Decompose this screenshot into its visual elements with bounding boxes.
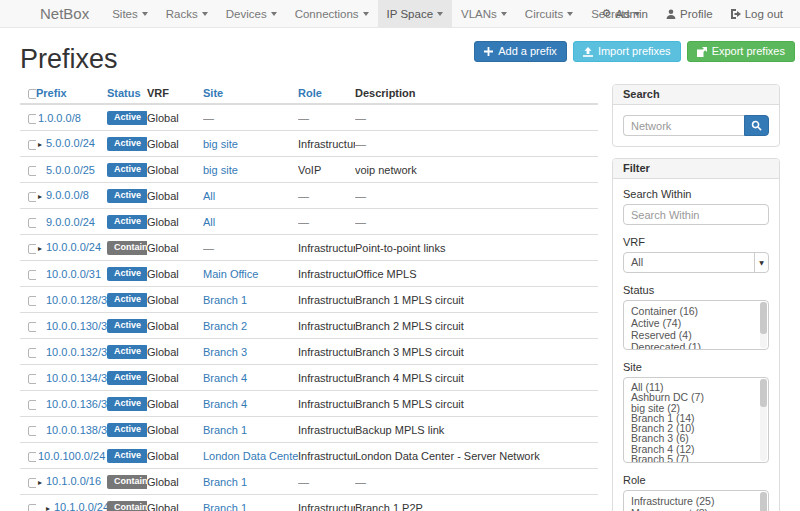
- site-link[interactable]: Main Office: [203, 268, 258, 280]
- vrf-select[interactable]: All▼: [623, 252, 769, 273]
- row-checkbox[interactable]: [28, 166, 36, 176]
- export-prefixes-button[interactable]: Export prefixes: [687, 41, 795, 62]
- prefix-link[interactable]: 10.0.0.136/31: [46, 398, 107, 410]
- row-checkbox[interactable]: [28, 218, 36, 228]
- site-listbox[interactable]: All (11)Ashburn DC (7)big site (2)Branch…: [623, 377, 769, 463]
- tree-indent: [36, 329, 46, 330]
- site-link[interactable]: Branch 4: [203, 372, 247, 384]
- search-input[interactable]: [623, 115, 744, 136]
- expand-arrow-icon[interactable]: ▸: [38, 139, 46, 151]
- filter-option[interactable]: Infrastructure (25): [624, 495, 768, 507]
- site-link[interactable]: big site: [203, 138, 238, 150]
- add-a-prefix-button[interactable]: Add a prefix: [474, 41, 567, 62]
- scrollbar-thumb[interactable]: [760, 379, 767, 407]
- filter-option[interactable]: Branch 5 (7): [624, 454, 768, 463]
- row-checkbox[interactable]: [28, 452, 36, 462]
- app-brand[interactable]: NetBox: [40, 0, 103, 27]
- prefix-link[interactable]: 10.0.0.0/24: [46, 241, 101, 253]
- site-link[interactable]: Branch 3: [203, 346, 247, 358]
- row-checkbox[interactable]: [28, 348, 36, 358]
- row-checkbox[interactable]: [28, 426, 36, 436]
- nav-item-circuits[interactable]: Circuits: [516, 0, 582, 27]
- nav-item-sites[interactable]: Sites: [103, 0, 157, 27]
- prefix-link[interactable]: 10.0.100.0/24: [38, 450, 105, 462]
- row-checkbox[interactable]: [28, 140, 36, 150]
- status-badge: Active: [107, 423, 147, 437]
- expand-arrow-icon[interactable]: ▸: [38, 477, 46, 489]
- nav-item-log-out[interactable]: Log out: [722, 0, 792, 27]
- nav-item-admin[interactable]: ⚙Admin: [593, 0, 657, 27]
- row-checkbox[interactable]: [28, 270, 36, 280]
- export-icon: [697, 47, 707, 57]
- row-checkbox[interactable]: [28, 192, 36, 202]
- empty-value: —: [298, 476, 309, 488]
- prefix-link[interactable]: 10.0.0.134/31: [46, 372, 107, 384]
- filter-fields: Search WithinVRFAll▼StatusContainer (16)…: [613, 179, 779, 511]
- expand-arrow-icon[interactable]: ▸: [46, 503, 54, 511]
- nav-item-profile[interactable]: Profile: [657, 0, 722, 27]
- table-row: 10.0.0.134/31ActiveGlobalBranch 4Infrast…: [20, 365, 598, 391]
- filter-option[interactable]: Active (74): [624, 317, 768, 329]
- description-cell: —: [355, 104, 598, 131]
- prefix-link[interactable]: 10.1.0.0/24: [54, 501, 107, 511]
- prefix-link[interactable]: 10.0.0.0/31: [46, 268, 101, 280]
- prefix-link[interactable]: 5.0.0.0/24: [46, 137, 95, 149]
- empty-value: —: [355, 112, 366, 124]
- table-row: ▸10.1.0.0/24ContainerGlobalBranch 1Infra…: [20, 495, 598, 511]
- scrollbar-thumb[interactable]: [760, 302, 767, 334]
- column-header-site[interactable]: Site: [203, 84, 298, 104]
- site-link[interactable]: Branch 1: [203, 424, 247, 436]
- site-link[interactable]: All: [203, 216, 215, 228]
- search-within-input[interactable]: [623, 204, 769, 225]
- prefix-link[interactable]: 10.1.0.0/16: [46, 475, 101, 487]
- row-checkbox[interactable]: [28, 296, 36, 306]
- prefix-link[interactable]: 1.0.0.0/8: [38, 112, 81, 124]
- row-checkbox[interactable]: [28, 322, 36, 332]
- search-button[interactable]: [744, 115, 769, 136]
- prefix-link[interactable]: 10.0.0.128/31: [46, 294, 107, 306]
- role-listbox[interactable]: Infrastructure (25)Management (8)Private…: [623, 490, 769, 511]
- row-checkbox[interactable]: [28, 374, 36, 384]
- filter-option[interactable]: Container (16): [624, 305, 768, 317]
- site-link[interactable]: Branch 4: [203, 398, 247, 410]
- status-listbox[interactable]: Container (16)Active (74)Reserved (4)Dep…: [623, 300, 769, 350]
- expand-arrow-icon[interactable]: ▸: [38, 243, 46, 255]
- site-link[interactable]: Branch 1: [203, 476, 247, 488]
- site-link[interactable]: Branch 2: [203, 320, 247, 332]
- prefix-link[interactable]: 9.0.0.0/8: [46, 189, 89, 201]
- select-all-checkbox[interactable]: [28, 89, 36, 99]
- filter-option[interactable]: Management (8): [624, 507, 768, 511]
- row-checkbox[interactable]: [28, 114, 36, 124]
- prefix-link[interactable]: 10.0.0.138/31: [46, 424, 107, 436]
- nav-item-racks[interactable]: Racks: [157, 0, 217, 27]
- prefix-link[interactable]: 10.0.0.130/31: [46, 320, 107, 332]
- site-link[interactable]: Branch 1: [203, 294, 247, 306]
- tree-indent: [36, 381, 46, 382]
- column-header-status[interactable]: Status: [107, 84, 147, 104]
- filter-option[interactable]: Reserved (4): [624, 329, 768, 341]
- site-link[interactable]: All: [203, 190, 215, 202]
- row-checkbox[interactable]: [28, 400, 36, 410]
- row-checkbox[interactable]: [28, 478, 36, 488]
- import-prefixes-button[interactable]: Import prefixes: [573, 41, 681, 62]
- column-header-prefix[interactable]: Prefix: [36, 84, 107, 104]
- site-link[interactable]: London Data Center: [203, 450, 298, 462]
- nav-item-connections[interactable]: Connections: [286, 0, 378, 27]
- scrollbar-thumb[interactable]: [760, 492, 767, 511]
- nav-item-ip-space[interactable]: IP Space: [378, 0, 452, 27]
- prefix-link[interactable]: 5.0.0.0/25: [46, 164, 95, 176]
- row-checkbox[interactable]: [28, 244, 36, 254]
- prefix-link[interactable]: 10.0.0.132/31: [46, 346, 107, 358]
- site-cell: Branch 2: [203, 313, 298, 339]
- site-link[interactable]: big site: [203, 164, 238, 176]
- site-link[interactable]: Branch 1: [203, 502, 247, 511]
- nav-item-devices[interactable]: Devices: [217, 0, 286, 27]
- import-icon: [583, 47, 593, 57]
- vrf-cell: Global: [147, 365, 203, 391]
- nav-item-vlans[interactable]: VLANs: [452, 0, 516, 27]
- column-header-role[interactable]: Role: [298, 84, 355, 104]
- expand-arrow-icon[interactable]: ▸: [38, 191, 46, 203]
- filter-option[interactable]: Deprecated (1): [624, 341, 768, 350]
- row-checkbox[interactable]: [28, 504, 36, 511]
- prefix-link[interactable]: 9.0.0.0/24: [46, 216, 95, 228]
